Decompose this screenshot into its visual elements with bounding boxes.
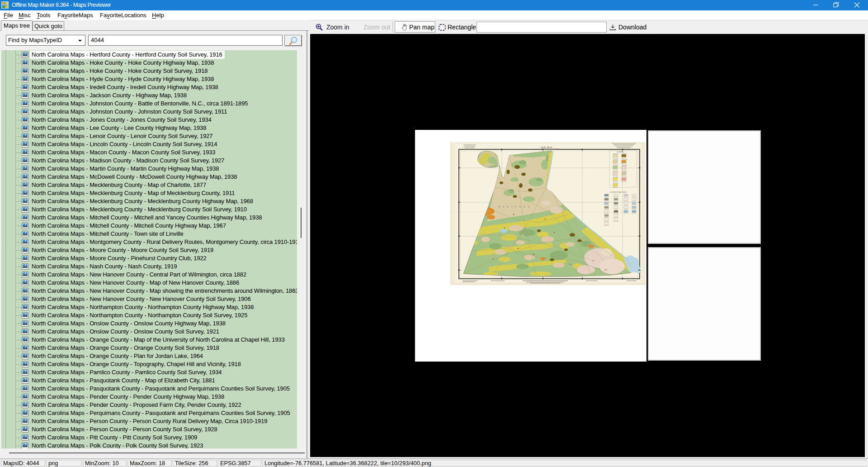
- svg-text:SOIL MAP: SOIL MAP: [541, 146, 552, 148]
- svg-text:HERTFORD: HERTFORD: [498, 205, 532, 208]
- svg-text:LEGEND: LEGEND: [617, 151, 624, 153]
- svg-text:CONVENTIONAL SIGNS: CONVENTIONAL SIGNS: [609, 191, 627, 193]
